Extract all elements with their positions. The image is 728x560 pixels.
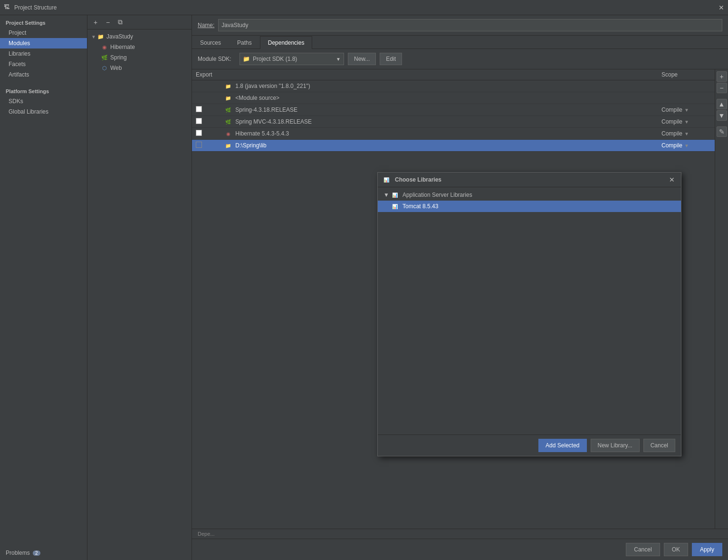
table-row[interactable]: 📁 D:\Spring\lib Compile ▼ xyxy=(192,140,715,152)
sidebar-item-libraries[interactable]: Libraries xyxy=(0,48,87,59)
sidebar-item-sdks[interactable]: SDKs xyxy=(0,96,87,106)
row-name-cell[interactable]: 🌿 Spring MVC-4.3.18.RELEASE xyxy=(220,116,658,128)
row-export-cell[interactable] xyxy=(192,140,220,152)
row-export-cell xyxy=(192,92,220,104)
scope-dropdown-icon[interactable]: ▼ xyxy=(684,131,689,136)
tab-dependencies[interactable]: Dependencies xyxy=(260,36,313,49)
new-library-button[interactable]: New Library... xyxy=(591,439,640,452)
scope-dropdown-icon[interactable]: ▼ xyxy=(684,119,689,125)
apply-button[interactable]: Apply xyxy=(692,543,722,556)
problems-bar[interactable]: Problems 2 xyxy=(0,546,87,560)
name-input[interactable] xyxy=(218,19,722,31)
sidebar-item-modules[interactable]: Modules xyxy=(0,38,87,48)
export-checkbox[interactable] xyxy=(196,142,202,148)
sdk-row: Module SDK: 📁 Project SDK (1.8) ▼ New...… xyxy=(192,49,728,69)
row-name-cell[interactable]: 🌿 Spring-4.3.18.RELEASE xyxy=(220,104,658,116)
window-title: Project Structure xyxy=(14,4,718,11)
folder-icon-sdk: 📁 xyxy=(243,56,250,62)
export-checkbox[interactable] xyxy=(196,106,202,112)
row-scope-cell[interactable]: Compile ▼ xyxy=(658,140,715,152)
modal-icon: 📊 xyxy=(383,176,390,183)
sidebar-item-facets[interactable]: Facets xyxy=(0,59,87,69)
deps-label: Depe... xyxy=(198,531,214,537)
tree-node-spring[interactable]: 🌿 Spring xyxy=(87,52,192,63)
modal-title: Choose Libraries xyxy=(395,176,665,183)
project-settings-header: Project Settings xyxy=(0,15,87,28)
copy-module-button[interactable]: ⧉ xyxy=(115,17,125,28)
remove-module-button[interactable]: − xyxy=(103,17,113,28)
sdk-edit-button[interactable]: Edit xyxy=(380,53,402,65)
move-up-button[interactable]: ▲ xyxy=(717,99,727,109)
tree-node-javastudy[interactable]: ▼ 📁 JavaStudy xyxy=(87,31,192,42)
add-dep-button[interactable]: + xyxy=(717,71,727,82)
platform-settings-header: Platform Settings xyxy=(0,84,87,96)
col-name xyxy=(220,69,658,80)
dependencies-table: Export Scope 📁 1.8 (java xyxy=(192,69,715,152)
folder-icon: 📁 xyxy=(224,82,232,90)
expand-arrow: ▼ xyxy=(383,192,389,198)
scope-dropdown-icon[interactable]: ▼ xyxy=(684,143,689,148)
tab-sources[interactable]: Sources xyxy=(192,36,229,49)
row-name-cell[interactable]: 📁 <Module source> xyxy=(220,92,658,104)
sidebar-item-artifacts[interactable]: Artifacts xyxy=(0,69,87,80)
close-button[interactable]: ✕ xyxy=(718,4,724,11)
choose-libraries-modal: 📊 Choose Libraries ✕ ▼ 📊 Application Ser… xyxy=(377,172,681,456)
row-scope-cell[interactable]: Compile ▼ xyxy=(658,116,715,128)
sidebar-divider xyxy=(0,80,87,84)
sidebar-item-global-libraries[interactable]: Global Libraries xyxy=(0,106,87,117)
spring-icon: 🌿 xyxy=(224,106,232,114)
table-row: 📁 <Module source> xyxy=(192,92,715,104)
problems-label: Problems xyxy=(6,550,30,556)
row-scope-cell[interactable]: Compile ▼ xyxy=(658,128,715,140)
tree-node-label: Hibernate xyxy=(110,44,135,50)
window-icon: 🏗 xyxy=(4,4,11,11)
add-selected-button[interactable]: Add Selected xyxy=(538,439,586,452)
modal-close-button[interactable]: ✕ xyxy=(668,175,676,184)
sdk-select[interactable]: 📁 Project SDK (1.8) ▼ xyxy=(239,53,344,65)
row-export-cell[interactable] xyxy=(192,128,220,140)
sidebar-item-project[interactable]: Project xyxy=(0,28,87,38)
ok-button[interactable]: OK xyxy=(664,543,688,556)
modal-cancel-button[interactable]: Cancel xyxy=(643,439,675,452)
scope-value: Compile xyxy=(661,142,682,149)
folder-icon: 📁 xyxy=(224,94,232,102)
move-down-button[interactable]: ▼ xyxy=(717,110,727,121)
spring-icon: 🌿 xyxy=(224,118,232,126)
problems-badge: 2 xyxy=(33,550,40,556)
row-name-cell[interactable]: ◉ Hibernate 5.4.3-5.4.3 xyxy=(220,128,658,140)
folder-icon: 📁 xyxy=(224,142,232,149)
row-scope-cell xyxy=(658,92,715,104)
table-row: 🌿 Spring MVC-4.3.18.RELEASE Compile ▼ xyxy=(192,116,715,128)
row-name-cell[interactable]: 📁 1.8 (java version "1.8.0_221") xyxy=(220,80,658,92)
content-panel: Name: Sources Paths Dependencies Module … xyxy=(192,15,728,560)
modal-tree-item-tomcat[interactable]: 📊 Tomcat 8.5.43 xyxy=(378,201,681,212)
add-module-button[interactable]: + xyxy=(90,17,101,28)
row-name-cell[interactable]: 📁 D:\Spring\lib xyxy=(220,140,658,152)
bar-chart-icon: 📊 xyxy=(391,203,399,210)
title-bar: 🏗 Project Structure ✕ xyxy=(0,0,728,15)
modal-tree-item-app-server[interactable]: ▼ 📊 Application Server Libraries xyxy=(378,189,681,201)
tree-item-label: Application Server Libraries xyxy=(402,192,472,198)
tree-content: ▼ 📁 JavaStudy ◉ Hibernate 🌿 Spring ⬡ Web xyxy=(87,29,192,560)
tree-item-label: Tomcat 8.5.43 xyxy=(402,203,438,210)
row-export-cell[interactable] xyxy=(192,116,220,128)
dep-name: Hibernate 5.4.3-5.4.3 xyxy=(235,130,289,137)
remove-dep-button[interactable]: − xyxy=(717,83,727,93)
dep-name: D:\Spring\lib xyxy=(235,142,266,149)
export-checkbox[interactable] xyxy=(196,130,202,136)
tab-paths[interactable]: Paths xyxy=(229,36,260,49)
sdk-label: Module SDK: xyxy=(198,56,236,62)
modal-footer: Add Selected New Library... Cancel xyxy=(378,434,681,456)
row-scope-cell[interactable]: Compile ▼ xyxy=(658,104,715,116)
sdk-new-button[interactable]: New... xyxy=(348,53,376,65)
cancel-button[interactable]: Cancel xyxy=(626,543,660,556)
row-export-cell[interactable] xyxy=(192,104,220,116)
tree-node-web[interactable]: ⬡ Web xyxy=(87,63,192,73)
tree-node-hibernate[interactable]: ◉ Hibernate xyxy=(87,42,192,52)
bar-chart-icon: 📊 xyxy=(391,191,399,199)
project-structure-window: 🏗 Project Structure ✕ Project Settings P… xyxy=(0,0,728,560)
export-checkbox[interactable] xyxy=(196,118,202,124)
edit-dep-button[interactable]: ✎ xyxy=(717,126,727,137)
main-area: Project Settings Project Modules Librari… xyxy=(0,15,728,560)
scope-dropdown-icon[interactable]: ▼ xyxy=(684,107,689,113)
